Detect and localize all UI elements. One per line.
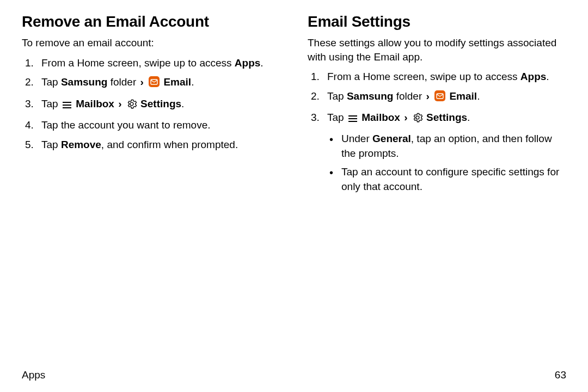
right-step-1: From a Home screen, swipe up to access A… — [308, 69, 566, 84]
text: Tap — [41, 139, 61, 150]
email-icon — [434, 90, 446, 106]
right-substeps: Under General, tap an option, and then f… — [327, 132, 566, 194]
bold-mailbox: Mailbox — [362, 112, 403, 123]
two-column-layout: Remove an Email Account To remove an ema… — [22, 13, 566, 365]
hamburger-icon — [347, 112, 358, 127]
bold-general: General — [372, 133, 411, 144]
text: From a Home screen, swipe up to access — [327, 71, 520, 82]
bold-settings: Settings — [426, 112, 467, 123]
text: Tap — [41, 76, 61, 88]
hamburger-icon — [62, 99, 72, 114]
bold-email: Email — [163, 76, 191, 88]
svg-rect-0 — [149, 76, 160, 87]
left-step-1: From a Home screen, swipe up to access A… — [22, 56, 280, 71]
left-steps: From a Home screen, swipe up to access A… — [22, 56, 280, 152]
text: Tap — [327, 112, 347, 123]
bold-apps: Apps — [520, 71, 547, 82]
right-bullet-1: Under General, tap an option, and then f… — [327, 132, 566, 161]
gear-icon — [126, 99, 137, 114]
bold-remove: Remove — [61, 139, 101, 150]
left-intro: To remove an email account: — [22, 36, 280, 50]
text: . — [477, 90, 480, 102]
text: . — [260, 57, 263, 69]
email-icon — [148, 76, 160, 92]
page-footer: Apps 63 — [22, 365, 566, 381]
left-column: Remove an Email Account To remove an ema… — [22, 13, 280, 365]
bold-mailbox: Mailbox — [76, 98, 117, 109]
right-step-3: Tap Mailbox › Settings. Under General, t… — [308, 110, 566, 194]
left-heading: Remove an Email Account — [22, 13, 280, 30]
right-steps: From a Home screen, swipe up to access A… — [308, 69, 566, 194]
text: Under — [341, 133, 372, 144]
text: Tap — [327, 90, 347, 102]
chevron-right-icon: › — [403, 112, 408, 123]
footer-page-number: 63 — [555, 369, 566, 381]
text: . — [191, 76, 194, 88]
text: . — [181, 98, 184, 109]
chevron-right-icon: › — [425, 90, 431, 102]
bold-samsung: Samsung — [61, 76, 108, 88]
footer-section: Apps — [22, 369, 45, 381]
left-step-2: Tap Samsung folder › Email. — [22, 75, 280, 92]
text: . — [467, 112, 470, 123]
text: folder — [107, 76, 139, 88]
right-heading: Email Settings — [308, 13, 566, 30]
right-bullet-2: Tap an account to configure specific set… — [327, 165, 566, 194]
bold-settings: Settings — [140, 98, 181, 109]
bold-email: Email — [449, 90, 477, 102]
manual-page: Remove an Email Account To remove an ema… — [0, 0, 588, 392]
text: . — [546, 71, 549, 82]
text: Tap — [41, 98, 61, 109]
right-column: Email Settings These settings allow you … — [308, 13, 566, 365]
right-intro: These settings allow you to modify setti… — [308, 36, 566, 64]
text: , and confirm when prompted. — [101, 139, 238, 150]
left-step-3: Tap Mailbox › Settings. — [22, 96, 280, 114]
left-step-4: Tap the account you want to remove. — [22, 118, 280, 133]
chevron-right-icon: › — [117, 98, 122, 109]
right-step-2: Tap Samsung folder › Email. — [308, 89, 566, 106]
bold-samsung: Samsung — [347, 90, 394, 102]
left-step-5: Tap Remove, and confirm when prompted. — [22, 137, 280, 152]
text: From a Home screen, swipe up to access — [41, 57, 235, 69]
gear-icon — [412, 112, 423, 127]
svg-rect-5 — [434, 90, 445, 101]
bold-apps: Apps — [235, 57, 261, 69]
chevron-right-icon: › — [139, 76, 145, 88]
text: folder — [393, 90, 425, 102]
